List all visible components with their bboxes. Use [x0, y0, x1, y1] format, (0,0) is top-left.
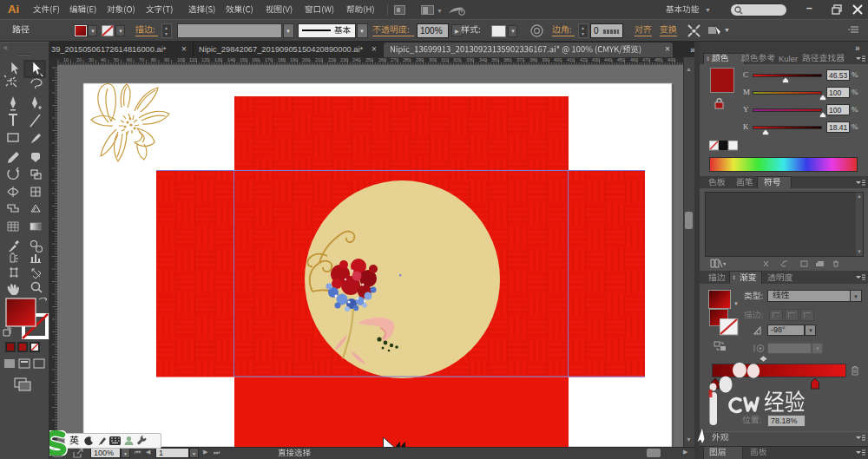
- svg-text:10: 10: [63, 57, 69, 62]
- svg-text:340: 340: [479, 57, 487, 62]
- svg-text:220: 220: [328, 57, 336, 62]
- svg-text:400: 400: [554, 57, 562, 62]
- svg-text:160: 160: [252, 57, 260, 62]
- svg-text:240: 240: [352, 57, 360, 62]
- svg-text:390: 390: [542, 57, 549, 62]
- svg-text:320: 320: [453, 57, 461, 62]
- svg-text:430: 430: [592, 57, 600, 62]
- svg-text:330: 330: [466, 57, 474, 62]
- svg-text:470: 470: [642, 57, 650, 62]
- svg-text:350: 350: [491, 57, 499, 62]
- svg-text:80: 80: [151, 57, 156, 62]
- svg-text:30: 30: [89, 57, 94, 62]
- svg-text:200: 200: [302, 57, 310, 62]
- svg-text:290: 290: [416, 57, 424, 62]
- svg-text:300: 300: [429, 57, 437, 62]
- svg-text:130: 130: [214, 57, 222, 62]
- svg-text:230: 230: [340, 57, 348, 62]
- svg-text:410: 410: [567, 57, 575, 62]
- svg-text:260: 260: [378, 57, 386, 62]
- svg-text:100: 100: [177, 57, 185, 62]
- svg-text:50: 50: [114, 57, 119, 62]
- svg-text:180: 180: [278, 57, 286, 62]
- svg-text:250: 250: [365, 57, 373, 62]
- svg-text:380: 380: [529, 57, 537, 62]
- svg-text:490: 490: [667, 57, 675, 62]
- svg-text:150: 150: [240, 57, 247, 62]
- svg-text:140: 140: [227, 57, 235, 62]
- svg-text:280: 280: [403, 57, 411, 62]
- svg-text:170: 170: [265, 57, 273, 62]
- svg-text:40: 40: [101, 57, 106, 62]
- svg-text:370: 370: [516, 57, 524, 62]
- svg-text:420: 420: [580, 57, 588, 62]
- svg-text:440: 440: [604, 57, 612, 62]
- svg-text:190: 190: [290, 57, 298, 62]
- svg-text:480: 480: [654, 57, 662, 62]
- svg-text:60: 60: [127, 57, 132, 62]
- svg-text:210: 210: [315, 57, 323, 62]
- svg-text:20: 20: [76, 57, 82, 62]
- svg-text:90: 90: [164, 57, 169, 62]
- svg-text:270: 270: [391, 57, 398, 62]
- svg-text:450: 450: [617, 57, 625, 62]
- svg-text:110: 110: [189, 57, 197, 62]
- svg-text:460: 460: [630, 57, 638, 62]
- svg-text:310: 310: [441, 57, 449, 62]
- svg-text:120: 120: [201, 57, 209, 62]
- svg-text:70: 70: [139, 57, 144, 62]
- svg-text:360: 360: [503, 57, 511, 62]
